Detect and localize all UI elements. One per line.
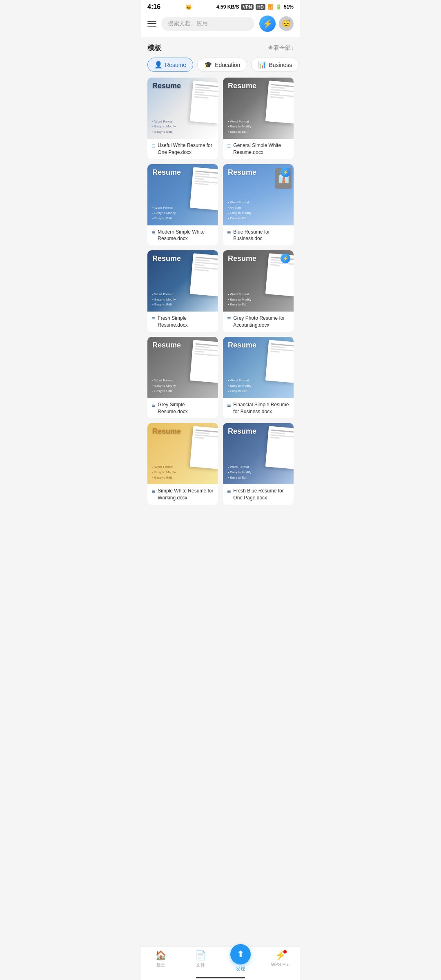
resume-features: • Word Format• Easy to Modify• Easy to E… xyxy=(152,119,176,135)
tab-education[interactable]: 🎓 Education xyxy=(197,58,247,72)
template-name-8: Financial Simple Resume for Business.doc… xyxy=(233,401,290,415)
status-icon-cat: 🐱 xyxy=(185,4,192,10)
lightning-icon: ⚡ xyxy=(263,19,273,29)
resume-paper xyxy=(190,340,218,383)
category-tabs: 👤 Resume 🎓 Education 📊 Business 📄 Letter xyxy=(141,58,300,78)
thumbnail-10: Resume • Word Format• Easy to Modify• Ea… xyxy=(223,423,294,484)
doc-icon: ≡ xyxy=(227,229,231,236)
resume-label: Resume xyxy=(152,168,181,177)
doc-icon: ≡ xyxy=(227,315,231,323)
template-name-3: Modern Simple White Resume.docx xyxy=(158,229,214,243)
resume-features: • Word Format• Easy to Modify• Easy to E… xyxy=(228,119,252,135)
template-name-2: General Simple White Resume.docx xyxy=(233,142,290,156)
doc-icon: ≡ xyxy=(151,143,155,150)
doc-icon: ≡ xyxy=(151,402,155,409)
resume-features: • Word Format• Easy to Modify• Easy to E… xyxy=(228,465,252,480)
business-icon: 📊 xyxy=(258,61,266,69)
template-info-4: ≡ Blue Resume for Business.doc xyxy=(223,225,294,246)
template-name-6: Grey Photo Resume for Accounting.docx xyxy=(233,315,290,329)
template-grid: Resume • Word Format• Easy to Modify• Ea… xyxy=(141,78,300,510)
resume-label: Resume xyxy=(228,341,256,350)
thumbnail-3: Resume • Word Format• Easy to Modify• Ea… xyxy=(147,164,218,225)
resume-features: • Word Format• A4 Size• Easy to Modify• … xyxy=(228,200,252,221)
template-card[interactable]: Resume • Word Format• Easy to Modify• Ea… xyxy=(223,337,294,419)
tab-resume[interactable]: 👤 Resume xyxy=(147,58,193,72)
resume-features: • Word Format• Easy to Modify• Easy to E… xyxy=(152,292,176,307)
resume-paper xyxy=(190,167,218,210)
resume-label: Resume xyxy=(228,168,256,177)
template-info-3: ≡ Modern Simple White Resume.docx xyxy=(147,225,218,246)
resume-paper xyxy=(190,426,218,470)
hd-badge: HD xyxy=(256,4,265,10)
premium-badge: ⚡ xyxy=(281,254,290,263)
view-all-button[interactable]: 查看全部 › xyxy=(268,45,294,52)
resume-features: • Word Format• Easy to Modify• Easy to E… xyxy=(152,378,176,394)
template-name-10: Fresh Blue Resume for One Page.docx xyxy=(233,488,290,501)
template-card[interactable]: Resume • Word Format• Easy to Modify• Ea… xyxy=(147,337,218,419)
thumbnail-8: Resume • Word Format• Easy to Modify• Ea… xyxy=(223,337,294,398)
resume-icon: 👤 xyxy=(154,61,163,69)
template-name-9: Simple White Resume for Working.docx xyxy=(158,488,214,501)
status-bar: 4:16 🐱 4.59 KB/S VPN HD 📶 🔋 51% xyxy=(141,0,300,12)
avatar-icon: 😴 xyxy=(282,19,291,28)
resume-label: Resume xyxy=(152,82,181,90)
tab-business[interactable]: 📊 Business xyxy=(251,58,299,72)
template-info-5: ≡ Fresh Simple Resume.docx xyxy=(147,312,218,332)
resume-features: • Word Format• Easy to Modify• Easy to E… xyxy=(228,292,252,307)
resume-label: Resume xyxy=(228,254,256,263)
resume-label: Resume xyxy=(228,82,256,90)
template-info-10: ≡ Fresh Blue Resume for One Page.docx xyxy=(223,484,294,505)
template-card[interactable]: Resume • Word Format• Easy to Modify• Ea… xyxy=(147,164,218,246)
thumbnail-1: Resume • Word Format• Easy to Modify• Ea… xyxy=(147,78,218,139)
menu-button[interactable] xyxy=(147,21,156,27)
template-name-4: Blue Resume for Business.doc xyxy=(233,229,290,243)
avatar-button[interactable]: 😴 xyxy=(279,16,294,31)
doc-icon: ≡ xyxy=(151,488,155,495)
resume-features: • Word Format• Easy to Modify• Easy to E… xyxy=(152,205,176,221)
network-speed: 4.59 KB/S xyxy=(216,4,239,10)
template-card[interactable]: Resume • Word Format• Easy to Modify• Ea… xyxy=(223,78,294,159)
chevron-right-icon: › xyxy=(292,45,294,51)
template-name-5: Fresh Simple Resume.docx xyxy=(158,315,214,329)
signal-icon: 📶 xyxy=(267,4,274,10)
template-card[interactable]: Resume • Word Format• Easy to Modify• Ea… xyxy=(223,250,294,332)
search-bar: 搜索文档、应用 ⚡ 😴 xyxy=(141,12,300,37)
resume-label: Resume xyxy=(152,341,181,350)
template-card[interactable]: Resume • Word Format• Easy to Modify• Ea… xyxy=(223,423,294,505)
battery-percent: 51% xyxy=(284,4,294,10)
template-info-1: ≡ Useful White Resume for One Page.docx xyxy=(147,139,218,159)
content-area: 模板 查看全部 › 👤 Resume 🎓 Education 📊 Busines… xyxy=(141,37,300,542)
search-icons: ⚡ 😴 xyxy=(259,16,294,32)
section-title: 模板 xyxy=(147,43,161,53)
template-name-7: Grey Simple Resume.docx xyxy=(158,401,214,415)
search-input[interactable]: 搜索文档、应用 xyxy=(161,17,254,31)
resume-paper xyxy=(265,340,294,383)
template-card[interactable]: Resume • Word Format• A4 Size• Easy to M… xyxy=(223,164,294,246)
template-info-2: ≡ General Simple White Resume.docx xyxy=(223,139,294,159)
thumbnail-7: Resume • Word Format• Easy to Modify• Ea… xyxy=(147,337,218,398)
doc-icon: ≡ xyxy=(151,315,155,323)
section-header: 模板 查看全部 › xyxy=(141,37,300,58)
resume-paper xyxy=(265,426,294,470)
template-info-6: ≡ Grey Photo Resume for Accounting.docx xyxy=(223,312,294,332)
doc-icon: ≡ xyxy=(227,402,231,409)
resume-paper xyxy=(190,80,218,124)
thumbnail-2: Resume • Word Format• Easy to Modify• Ea… xyxy=(223,78,294,139)
battery-icon: 🔋 xyxy=(276,4,282,10)
template-card[interactable]: Resume • Word Format• Easy to Modify• Ea… xyxy=(147,423,218,505)
resume-label: Resume xyxy=(152,427,181,436)
template-card[interactable]: Resume • Word Format• Easy to Modify• Ea… xyxy=(147,78,218,159)
premium-badge: ⚡ xyxy=(281,167,290,177)
template-info-8: ≡ Financial Simple Resume for Business.d… xyxy=(223,398,294,419)
resume-features: • Word Format• Easy to Modify• Easy to E… xyxy=(152,465,176,480)
doc-icon: ≡ xyxy=(227,143,231,150)
thumbnail-5: Resume • Word Format• Easy to Modify• Ea… xyxy=(147,250,218,312)
lightning-button[interactable]: ⚡ xyxy=(259,16,276,32)
template-info-9: ≡ Simple White Resume for Working.docx xyxy=(147,484,218,505)
template-card[interactable]: Resume • Word Format• Easy to Modify• Ea… xyxy=(147,250,218,332)
tab-business-label: Business xyxy=(269,62,292,68)
template-name-1: Useful White Resume for One Page.docx xyxy=(158,142,214,156)
vpn-badge: VPN xyxy=(241,4,254,10)
resume-label: Resume xyxy=(228,427,256,436)
doc-icon: ≡ xyxy=(151,229,155,236)
